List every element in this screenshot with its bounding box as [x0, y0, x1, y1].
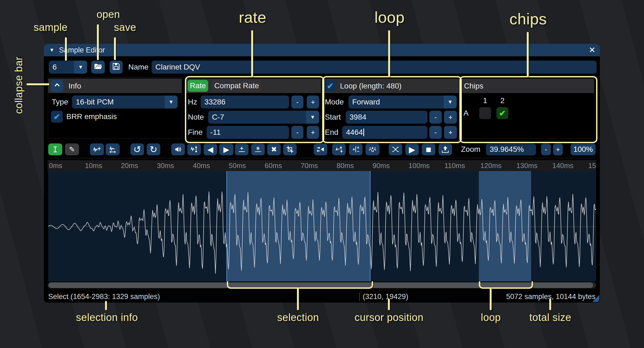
total-size-text: 5072 samples, 10144 bytes — [506, 291, 596, 303]
name-label: Name — [128, 61, 149, 74]
loop-enable-checkbox[interactable]: ✔ — [324, 80, 336, 92]
delete-x-icon: ✖ — [271, 145, 277, 154]
sample-select-value: 6 — [53, 61, 57, 74]
play-preview-button[interactable]: ▶ — [405, 143, 419, 155]
trim-button[interactable] — [283, 143, 297, 155]
waveform-display[interactable] — [48, 171, 596, 281]
resize-button[interactable] — [90, 143, 104, 155]
collapse-bar-button[interactable] — [51, 80, 63, 92]
undo-button[interactable]: ↺ — [130, 143, 144, 155]
insert-silence-button[interactable] — [235, 143, 249, 155]
zoom-value: 39.9645% — [490, 143, 524, 155]
delete-button[interactable]: ✖ — [267, 143, 281, 155]
selection-region[interactable] — [226, 171, 371, 281]
collapse-window-icon[interactable]: ▼ — [49, 44, 54, 56]
open-sample-button[interactable] — [91, 61, 105, 74]
annotation-selection-info: selection info — [66, 312, 148, 323]
status-divider — [359, 293, 360, 301]
loop-mode-value: Forward — [352, 96, 380, 109]
loop-region[interactable] — [479, 171, 531, 281]
fine-minus-button[interactable]: - — [291, 126, 303, 139]
sign-convert-button[interactable] — [349, 143, 362, 155]
loop-start-plus-button[interactable]: + — [444, 111, 457, 124]
star-over-line-icon — [254, 145, 262, 153]
zoom-out-button[interactable]: - — [541, 143, 551, 155]
divider — [47, 158, 597, 158]
brr-emphasis-label: BRR emphasis — [66, 111, 117, 123]
loop-end-input[interactable]: 4464 — [342, 126, 427, 139]
ruler-label: 60ms — [265, 160, 282, 171]
check-icon: ✔ — [53, 112, 60, 122]
selection-edge[interactable] — [226, 171, 227, 281]
loop-end-plus-button[interactable]: + — [444, 126, 457, 139]
chips-panel-header: Chips — [460, 79, 594, 93]
brr-emphasis-checkbox[interactable]: ✔ — [51, 111, 63, 123]
plus-icon: + — [311, 98, 315, 106]
ruler-label: 100ms — [408, 160, 430, 171]
amplify-button[interactable] — [171, 143, 185, 155]
annotation-open: open — [81, 9, 135, 20]
wave-plus-icon — [93, 145, 101, 153]
redo-button[interactable]: ↻ — [147, 143, 160, 155]
plus-icon: + — [448, 113, 452, 122]
filter-button[interactable] — [365, 143, 380, 155]
chip2-checkbox[interactable]: ✔ — [496, 107, 508, 119]
invert-button[interactable] — [332, 143, 346, 155]
loop-start-minus-button[interactable]: - — [429, 111, 442, 124]
tab-rate[interactable]: Rate — [188, 80, 208, 92]
loop-start-input[interactable]: 3984 — [346, 111, 427, 124]
annotation-selection: selection — [257, 312, 339, 323]
title-bar[interactable]: ▼ Sample Editor ✕ — [44, 44, 600, 56]
tab-compat-rate[interactable]: Compat Rate — [212, 80, 261, 92]
tab-rate-label: Rate — [190, 81, 206, 90]
save-sample-button[interactable] — [110, 61, 123, 74]
loop-mode-dropdown[interactable]: Forward ▼ — [348, 96, 457, 109]
selection-edge[interactable] — [370, 171, 371, 281]
fine-value: -11 — [210, 126, 221, 139]
draw-mode-button[interactable]: ✎ — [65, 143, 79, 155]
plus-icon: + — [448, 128, 452, 137]
reverse-button[interactable] — [314, 143, 327, 155]
loop-start-label: Start — [325, 111, 341, 124]
sample-select-dropdown[interactable]: 6 ▼ — [49, 61, 87, 74]
close-icon[interactable]: ✕ — [589, 44, 596, 56]
annotation-loop-bottom: loop — [450, 312, 531, 323]
open-folder-icon — [94, 62, 102, 73]
fine-plus-button[interactable]: + — [307, 126, 319, 139]
hz-plus-button[interactable]: + — [307, 96, 319, 109]
select-mode-button[interactable] — [48, 143, 62, 155]
hz-input[interactable]: 33286 — [201, 96, 289, 109]
fade-out-button[interactable]: ▶ — [219, 143, 233, 155]
note-dropdown[interactable]: C-7 ▼ — [208, 111, 319, 124]
apply-silence-button[interactable] — [251, 143, 265, 155]
stretch-button[interactable] — [106, 143, 120, 155]
sample-name-input[interactable]: Clarinet DQV — [152, 61, 597, 74]
resize-grip[interactable] — [592, 295, 599, 302]
waveform-scrollbar[interactable] — [48, 282, 596, 288]
hz-minus-button[interactable]: - — [291, 96, 303, 109]
scrollbar-thumb[interactable] — [48, 283, 593, 288]
loop-end-label: End — [325, 126, 338, 139]
zoom-input[interactable]: 39.9645% — [486, 143, 536, 155]
stop-preview-button[interactable]: ■ — [422, 143, 435, 155]
zoom-in-button[interactable]: + — [553, 143, 563, 155]
chip1-checkbox[interactable] — [479, 107, 491, 119]
fine-input[interactable]: -11 — [207, 126, 289, 139]
time-ruler[interactable]: 0ms10ms20ms30ms40ms50ms60ms70ms80ms90ms1… — [48, 160, 596, 171]
normalize-button[interactable] — [187, 143, 201, 155]
crossfade-button[interactable] — [389, 143, 402, 155]
loop-end-minus-button[interactable]: - — [429, 126, 442, 139]
zoom-reset-button[interactable]: 100% — [571, 143, 596, 155]
ruler-label: 80ms — [336, 160, 354, 171]
fade-in-icon: ◀ — [207, 145, 213, 154]
selection-info-text: Select (1654-2983: 1329 samples) — [48, 291, 160, 303]
export-button[interactable] — [439, 143, 452, 155]
ruler-label: 10ms — [85, 160, 102, 171]
annotation-cursor-position: cursor position — [340, 312, 438, 323]
ruler-label: 20ms — [121, 160, 138, 171]
fade-in-button[interactable]: ◀ — [204, 143, 217, 155]
minus-icon: - — [296, 128, 299, 137]
status-bar: Select (1654-2983: 1329 samples) (3210, … — [44, 291, 600, 303]
loop-panel-title: Loop (length: 480) — [340, 79, 401, 93]
sample-type-dropdown[interactable]: 16-bit PCM ▼ — [72, 96, 178, 109]
